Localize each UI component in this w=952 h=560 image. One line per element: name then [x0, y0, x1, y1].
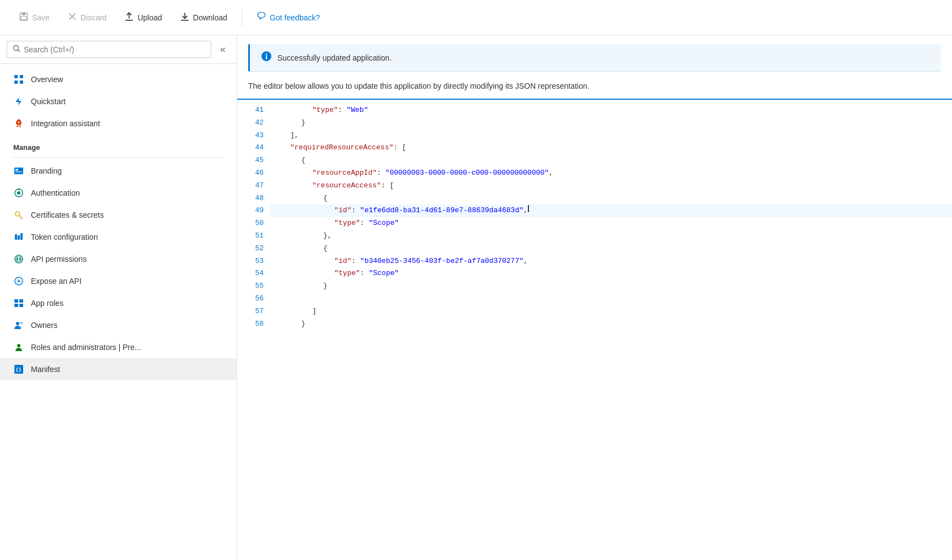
code-content[interactable]: "type": "Web"}],"requiredResourceAccess"… — [270, 100, 952, 560]
json-punct: : — [351, 205, 360, 217]
code-line: { — [270, 243, 952, 255]
rocket-icon — [13, 118, 24, 129]
sidebar-expose-label: Expose an API — [31, 277, 82, 286]
svg-rect-37 — [14, 304, 18, 307]
json-punct: : — [360, 218, 369, 229]
sidebar-item-expose[interactable]: Expose an API — [0, 270, 237, 292]
code-editor[interactable]: 414243444546474849505152535455565758 "ty… — [237, 99, 952, 560]
download-label: Download — [193, 13, 227, 22]
line-number: 46 — [237, 167, 270, 180]
search-input[interactable] — [24, 45, 205, 54]
search-icon — [13, 45, 20, 54]
json-punct: { — [323, 193, 328, 204]
code-line: { — [270, 154, 952, 167]
save-label: Save — [32, 13, 50, 22]
sidebar-nav: Overview Quickstart — [0, 64, 237, 385]
manage-divider — [13, 157, 223, 158]
json-string: "Web" — [346, 105, 368, 116]
line-numbers: 414243444546474849505152535455565758 — [237, 100, 270, 560]
lightning-icon — [13, 96, 24, 107]
json-key: "type" — [334, 268, 360, 279]
sidebar-item-token[interactable]: Token configuration — [0, 226, 237, 248]
collapse-sidebar-button[interactable]: « — [216, 41, 230, 57]
sidebar-item-owners[interactable]: Owners — [0, 314, 237, 336]
code-line: "id": "b340eb25-3456-403f-be2f-af7a0d370… — [270, 255, 952, 268]
sidebar-item-roles[interactable]: Roles and administrators | Pre... — [0, 336, 237, 358]
json-string: "Scope" — [368, 268, 399, 279]
svg-point-20 — [17, 191, 20, 195]
code-line: }, — [270, 230, 952, 243]
svg-point-39 — [16, 322, 19, 325]
code-line: "requiredResourceAccess": [ — [270, 142, 952, 154]
sidebar-certificates-label: Certificates & secrets — [31, 211, 104, 219]
sidebar-scroll[interactable]: Overview Quickstart — [0, 64, 237, 560]
code-line: "type": "Web" — [270, 104, 952, 117]
sidebar-item-authentication[interactable]: Authentication — [0, 182, 237, 204]
json-punct: } — [301, 117, 306, 129]
svg-point-9 — [14, 46, 19, 51]
expose-icon — [13, 276, 24, 287]
grid-icon — [13, 74, 24, 85]
feedback-button[interactable]: Got feedback? — [249, 7, 328, 28]
approles-icon — [13, 298, 24, 309]
sidebar-item-integration[interactable]: Integration assistant — [0, 112, 237, 134]
svg-rect-12 — [20, 75, 23, 78]
api-icon — [13, 254, 24, 265]
json-punct: } — [301, 319, 306, 330]
line-number: 41 — [237, 104, 270, 117]
sidebar-branding-label: Branding — [31, 166, 62, 175]
sidebar-item-manifest[interactable]: {} Manifest — [0, 358, 237, 380]
line-number: 57 — [237, 305, 270, 318]
upload-button[interactable]: Upload — [116, 7, 169, 28]
code-line: "type": "Scope" — [270, 217, 952, 230]
sidebar-item-overview[interactable]: Overview — [0, 68, 237, 90]
json-key: "id" — [334, 205, 351, 217]
line-number: 53 — [237, 255, 270, 268]
json-punct: , — [523, 205, 528, 217]
sidebar-item-api[interactable]: API permissions — [0, 248, 237, 270]
manage-section-label: Manage — [0, 134, 237, 155]
svg-point-40 — [20, 322, 23, 324]
svg-text:{}: {} — [15, 367, 22, 373]
code-line: "type": "Scope" — [270, 267, 952, 280]
sidebar-integration-label: Integration assistant — [31, 119, 100, 128]
collapse-icon: « — [220, 44, 226, 55]
sidebar-approles-label: App roles — [31, 299, 63, 308]
svg-rect-26 — [15, 234, 17, 240]
json-string: "e1fe6dd8-ba31-4d61-89e7-88639da4683d" — [360, 205, 523, 217]
toolbar: Save Discard Upload Downlo — [0, 0, 952, 35]
line-number: 51 — [237, 230, 270, 243]
save-icon — [19, 12, 29, 23]
upload-icon — [124, 12, 134, 23]
sidebar-overview-label: Overview — [31, 75, 63, 84]
download-button[interactable]: Download — [172, 7, 235, 28]
sidebar-roles-label: Roles and administrators | Pre... — [31, 343, 141, 352]
line-number: 42 — [237, 117, 270, 130]
line-number: 43 — [237, 130, 270, 142]
sidebar-item-branding[interactable]: Branding — [0, 160, 237, 182]
save-button[interactable]: Save — [11, 7, 57, 28]
search-box[interactable] — [7, 41, 211, 58]
content-area: Successfully updated application. The ed… — [237, 35, 952, 560]
svg-point-21 — [18, 189, 20, 190]
json-key: "type" — [334, 218, 360, 229]
info-icon — [261, 51, 272, 64]
code-line: "id": "e1fe6dd8-ba31-4d61-89e7-88639da46… — [270, 204, 952, 217]
json-key: "resourceAccess" — [312, 180, 381, 192]
sidebar-item-approles[interactable]: App roles — [0, 292, 237, 314]
json-punct: : — [360, 268, 369, 279]
json-punct: }, — [323, 230, 332, 242]
owners-icon — [13, 320, 24, 331]
json-punct: } — [323, 281, 328, 292]
sidebar-item-quickstart[interactable]: Quickstart — [0, 90, 237, 112]
banner-text: Successfully updated application. — [277, 53, 392, 62]
svg-rect-35 — [14, 299, 18, 303]
line-number: 49 — [237, 204, 270, 217]
svg-rect-36 — [19, 299, 23, 303]
discard-button[interactable]: Discard — [60, 7, 114, 28]
sidebar-token-label: Token configuration — [31, 233, 98, 241]
sidebar-item-certificates[interactable]: Certificates & secrets — [0, 204, 237, 226]
code-line: } — [270, 318, 952, 331]
json-punct: , — [523, 256, 528, 267]
json-key: "resourceAppId" — [312, 168, 377, 179]
